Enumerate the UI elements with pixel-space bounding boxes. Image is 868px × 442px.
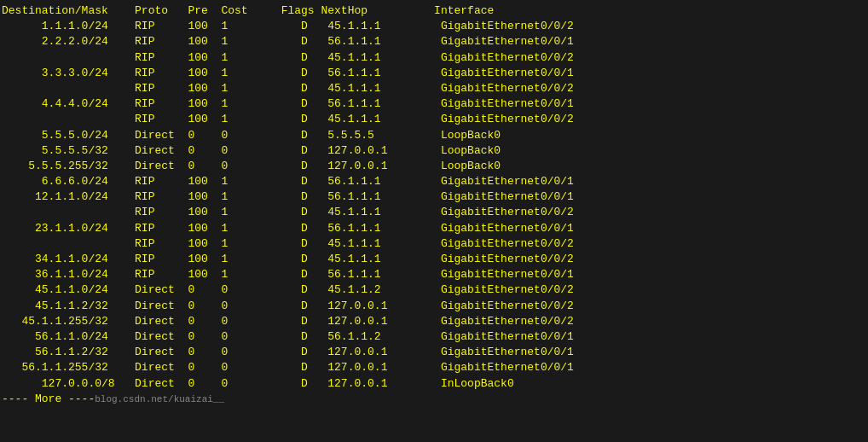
more-label: ---- More ---- [0,392,95,407]
table-row: 23.1.1.0/24 RIP 100 1 D 56.1.1.1 Gigabit… [0,221,868,236]
table-row: 3.3.3.0/24 RIP 100 1 D 56.1.1.1 GigabitE… [0,66,868,81]
table-row: 56.1.1.255/32 Direct 0 0 D 127.0.0.1 Gig… [0,360,868,375]
table-row: 127.0.0.0/8 Direct 0 0 D 127.0.0.1 InLoo… [0,376,868,392]
table-row: 5.5.5.5/32 Direct 0 0 D 127.0.0.1 LoopBa… [0,143,868,159]
table-row: RIP 100 1 D 45.1.1.1 GigabitEthernet0/0/… [0,205,868,220]
watermark: blog.csdn.net/kuaizai__ [95,394,224,404]
routing-table: Destination/Mask Proto Pre Cost Flags Ne… [0,3,868,19]
table-row: 36.1.1.0/24 RIP 100 1 D 56.1.1.1 Gigabit… [0,267,868,282]
table-header: Destination/Mask Proto Pre Cost Flags Ne… [0,3,868,19]
table-row: 4.4.4.0/24 RIP 100 1 D 56.1.1.1 GigabitE… [0,96,868,112]
table-row: 1.1.1.0/24 RIP 100 1 D 45.1.1.1 GigabitE… [0,19,868,34]
table-row: 45.1.1.0/24 Direct 0 0 D 45.1.1.2 Gigabi… [0,282,868,298]
table-row: RIP 100 1 D 45.1.1.1 GigabitEthernet0/0/… [0,112,868,127]
table-row: RIP 100 1 D 45.1.1.1 GigabitEthernet0/0/… [0,50,868,66]
table-row: 2.2.2.0/24 RIP 100 1 D 56.1.1.1 GigabitE… [0,34,868,49]
table-row: 34.1.1.0/24 RIP 100 1 D 45.1.1.1 Gigabit… [0,252,868,267]
table-row: RIP 100 1 D 45.1.1.1 GigabitEthernet0/0/… [0,81,868,96]
table-row: 6.6.6.0/24 RIP 100 1 D 56.1.1.1 GigabitE… [0,174,868,189]
table-row: 45.1.1.255/32 Direct 0 0 D 127.0.0.1 Gig… [0,314,868,329]
table-row: 5.5.5.0/24 Direct 0 0 D 5.5.5.5 LoopBack… [0,128,868,143]
table-row: 56.1.1.2/32 Direct 0 0 D 127.0.0.1 Gigab… [0,345,868,360]
table-row: 56.1.1.0/24 Direct 0 0 D 56.1.1.2 Gigabi… [0,329,868,345]
footer-row: ---- More ----blog.csdn.net/kuaizai__ [0,392,868,407]
terminal-window: Destination/Mask Proto Pre Cost Flags Ne… [0,0,868,442]
table-row: RIP 100 1 D 45.1.1.1 GigabitEthernet0/0/… [0,236,868,252]
table-row: 5.5.5.255/32 Direct 0 0 D 127.0.0.1 Loop… [0,159,868,174]
table-rows: 1.1.1.0/24 RIP 100 1 D 45.1.1.1 GigabitE… [0,19,868,392]
table-row: 45.1.1.2/32 Direct 0 0 D 127.0.0.1 Gigab… [0,299,868,314]
table-row: 12.1.1.0/24 RIP 100 1 D 56.1.1.1 Gigabit… [0,189,868,205]
